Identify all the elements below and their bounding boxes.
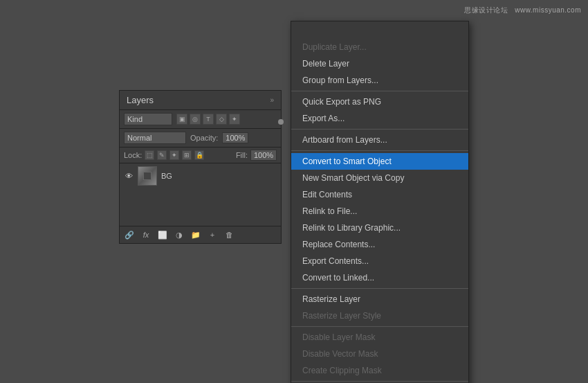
separator-3 (291, 150, 468, 151)
layers-panel-grip: » (270, 96, 274, 104)
menu-item-export-as[interactable]: Export As... (291, 110, 468, 127)
menu-item-edit-contents[interactable]: Edit Contents (291, 186, 468, 203)
separator-1 (291, 91, 468, 91)
context-menu: Duplicate Layer... Delete Layer Group fr… (291, 21, 469, 383)
layers-panel: Layers » Kind ▣ ◎ T ◇ ✦ Normal Opacity: … (119, 90, 282, 244)
separator-2 (291, 129, 468, 130)
layers-lock-bar: Lock: ⬚ ✎ ✦ ⊞ 🔒 Fill: (120, 148, 281, 163)
lock-artboard-icon[interactable]: ⊞ (182, 150, 192, 160)
fill-label: Fill: (236, 151, 248, 159)
link-layers-icon[interactable]: 🔗 (124, 229, 135, 240)
add-mask-icon[interactable]: ⬜ (157, 229, 168, 240)
menu-item-convert-linked[interactable]: Convert to Linked... (291, 269, 468, 286)
filter-icons: ▣ ◎ T ◇ ✦ (176, 114, 240, 125)
filter-smart-icon[interactable]: ✦ (229, 114, 240, 125)
menu-item-duplicate-layer[interactable]: Duplicate Layer... (291, 39, 468, 55)
filter-pixel-icon[interactable]: ▣ (176, 114, 187, 125)
adjustment-icon[interactable]: ◑ (174, 229, 185, 240)
layer-bg[interactable]: 👁 BG (120, 163, 281, 188)
separator-4 (291, 288, 468, 289)
layer-thumb-inner (143, 172, 151, 180)
menu-item-rasterize-layer[interactable]: Rasterize Layer (291, 291, 468, 308)
layers-bottom-bar: 🔗 fx ⬜ ◑ 📁 + 🗑 (120, 226, 281, 243)
filter-kind-dropdown[interactable]: Kind (124, 113, 172, 125)
new-layer-icon[interactable]: + (207, 229, 218, 240)
lock-transparent-icon[interactable]: ⬚ (145, 150, 154, 160)
separator-6 (291, 381, 468, 382)
filter-adjustment-icon[interactable]: ◎ (190, 114, 201, 125)
menu-item-convert-smart-object[interactable]: Convert to Smart Object (291, 153, 468, 170)
opacity-label: Opacity: (190, 134, 218, 142)
filter-type-icon[interactable]: T (203, 114, 214, 125)
blend-mode-dropdown[interactable]: Normal (124, 132, 186, 144)
opacity-input[interactable] (222, 132, 248, 143)
menu-item-export-contents[interactable]: Export Contents... (291, 253, 468, 269)
layer-thumbnail (138, 166, 157, 186)
menu-item-replace-contents[interactable]: Replace Contents... (291, 236, 468, 253)
layers-filter-bar: Kind ▣ ◎ T ◇ ✦ (120, 110, 281, 129)
watermark: 思缘设计论坛 www.missyuan.com (464, 6, 581, 15)
menu-item-new-smart-object-copy[interactable]: New Smart Object via Copy (291, 170, 468, 186)
menu-item-relink-library[interactable]: Relink to Library Graphic... (291, 220, 468, 236)
delete-layer-icon[interactable]: 🗑 (223, 229, 235, 240)
layer-visibility-eye[interactable]: 👁 (124, 172, 134, 180)
group-icon[interactable]: 📁 (190, 229, 201, 240)
menu-item-create-clipping-mask[interactable]: Create Clipping Mask (291, 362, 468, 379)
menu-fade-top (291, 21, 468, 39)
menu-item-disable-layer-mask[interactable]: Disable Layer Mask (291, 329, 468, 346)
lock-move-icon[interactable]: ✦ (169, 150, 179, 160)
menu-item-quick-export[interactable]: Quick Export as PNG (291, 93, 468, 110)
layers-panel-title: Layers (127, 95, 154, 105)
lock-all-icon[interactable]: 🔒 (194, 150, 204, 160)
menu-item-disable-vector-mask[interactable]: Disable Vector Mask (291, 346, 468, 362)
fill-input[interactable] (250, 150, 277, 161)
menu-item-artboard[interactable]: Artboard from Layers... (291, 132, 468, 148)
separator-5 (291, 326, 468, 327)
menu-item-relink-file[interactable]: Relink to File... (291, 203, 468, 220)
lock-label: Lock: (124, 151, 142, 159)
layers-panel-header: Layers » (120, 91, 281, 110)
menu-item-group-from-layers[interactable]: Group from Layers... (291, 72, 468, 89)
filter-shape-icon[interactable]: ◇ (216, 114, 227, 125)
layers-list: 👁 BG (120, 163, 281, 226)
lock-paint-icon[interactable]: ✎ (157, 150, 167, 160)
layers-mode-bar: Normal Opacity: (120, 129, 281, 148)
panel-indicator-dot (278, 119, 284, 125)
menu-item-rasterize-layer-style[interactable]: Rasterize Layer Style (291, 308, 468, 324)
layer-name: BG (161, 172, 172, 180)
fx-icon[interactable]: fx (140, 229, 151, 240)
menu-item-delete-layer[interactable]: Delete Layer (291, 55, 468, 72)
